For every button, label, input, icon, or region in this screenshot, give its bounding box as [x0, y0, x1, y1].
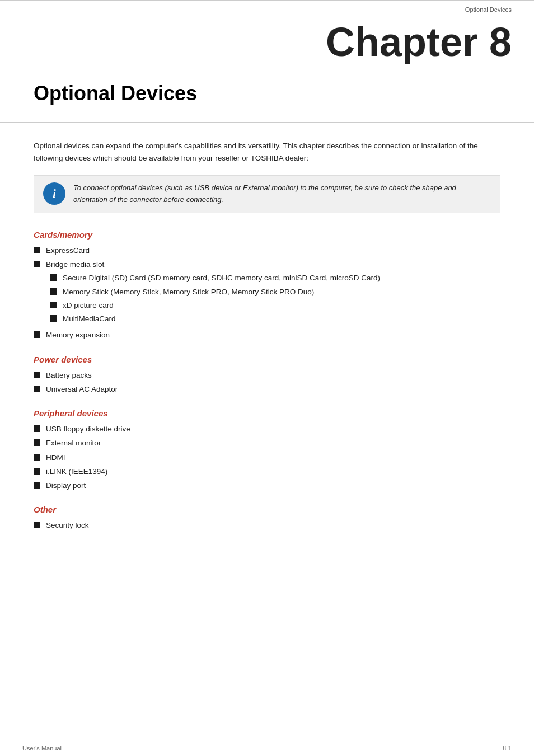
bullet-icon	[34, 247, 40, 253]
footer-left: User's Manual	[22, 745, 62, 752]
power-devices-section: Power devices Battery packs Universal AC…	[34, 355, 500, 396]
bullet-icon	[50, 315, 57, 322]
page-title: Optional Devices	[34, 82, 512, 105]
info-box-text: To connect optional devices (such as USB…	[73, 182, 491, 206]
other-section: Other Security lock	[34, 505, 500, 531]
other-heading: Other	[34, 505, 500, 514]
bullet-icon	[34, 425, 40, 432]
bullet-icon	[34, 439, 40, 446]
list-item-label: External monitor	[46, 438, 101, 449]
bullet-icon	[50, 288, 57, 295]
info-box: i To connect optional devices (such as U…	[34, 175, 500, 213]
list-item-label: Secure Digital (SD) Card (SD memory card…	[63, 273, 380, 284]
list-item-label: USB floppy diskette drive	[46, 424, 130, 435]
bullet-icon	[34, 372, 40, 378]
list-item-label: xD picture card	[63, 300, 114, 311]
list-item: Universal AC Adaptor	[34, 384, 500, 395]
header-chapter-label: Optional Devices	[465, 6, 512, 13]
bullet-icon	[34, 468, 40, 475]
list-item: Display port	[34, 480, 500, 491]
bullet-icon	[50, 274, 57, 281]
cards-memory-heading: Cards/memory	[34, 230, 500, 240]
main-content: Optional devices can expand the computer…	[0, 140, 534, 532]
peripheral-devices-section: Peripheral devices USB floppy diskette d…	[34, 408, 500, 491]
bullet-icon	[34, 261, 40, 267]
list-item: xD picture card	[50, 300, 380, 311]
power-devices-heading: Power devices	[34, 355, 500, 364]
list-item-label: Bridge media slot	[46, 259, 104, 270]
list-item-label: Memory expansion	[46, 330, 110, 341]
power-devices-list: Battery packs Universal AC Adaptor	[34, 370, 500, 396]
chapter-number: Chapter 8	[326, 20, 512, 64]
list-item-label: Universal AC Adaptor	[46, 384, 118, 395]
list-item: Battery packs	[34, 370, 500, 381]
list-item: Memory Stick (Memory Stick, Memory Stick…	[50, 287, 380, 298]
bridge-media-sublist: Secure Digital (SD) Card (SD memory card…	[34, 273, 380, 327]
list-item-label: ExpressCard	[46, 245, 90, 256]
bullet-icon	[34, 454, 40, 461]
info-icon-text: i	[53, 187, 56, 200]
list-item: i.LINK (IEEE1394)	[34, 466, 500, 477]
list-item: Security lock	[34, 520, 500, 531]
list-item: Memory expansion	[34, 330, 500, 341]
chapter-number-section: Chapter 8	[0, 13, 534, 82]
list-item-label: MultiMediaCard	[63, 313, 116, 325]
list-item-label: HDMI	[46, 452, 65, 463]
page-footer: User's Manual 8-1	[0, 740, 534, 756]
page-container: Optional Devices Chapter 8 Optional Devi…	[0, 0, 534, 756]
list-item: USB floppy diskette drive	[34, 424, 500, 435]
list-item: External monitor	[34, 438, 500, 449]
footer-right: 8-1	[503, 745, 512, 752]
page-header: Optional Devices	[0, 0, 534, 13]
list-item-label: i.LINK (IEEE1394)	[46, 466, 107, 477]
list-item-label: Memory Stick (Memory Stick, Memory Stick…	[63, 287, 314, 298]
list-item: Secure Digital (SD) Card (SD memory card…	[50, 273, 380, 284]
other-list: Security lock	[34, 520, 500, 531]
peripheral-devices-list: USB floppy diskette drive External monit…	[34, 424, 500, 491]
bullet-icon	[34, 482, 40, 489]
list-item: ExpressCard	[34, 245, 500, 256]
page-title-section: Optional Devices	[0, 82, 534, 123]
bullet-icon	[34, 522, 40, 528]
list-item-label: Battery packs	[46, 370, 92, 381]
bullet-icon	[34, 386, 40, 392]
list-item: HDMI	[34, 452, 500, 463]
bullet-icon	[50, 302, 57, 308]
peripheral-devices-heading: Peripheral devices	[34, 408, 500, 418]
list-item: MultiMediaCard	[50, 313, 380, 325]
info-icon: i	[43, 182, 65, 205]
list-item-label: Security lock	[46, 520, 89, 531]
cards-memory-list: ExpressCard Bridge media slot Secure Dig…	[34, 245, 500, 341]
list-item-label: Display port	[46, 480, 86, 491]
list-item: Bridge media slot Secure Digital (SD) Ca…	[34, 259, 500, 327]
bullet-icon	[34, 331, 40, 338]
cards-memory-section: Cards/memory ExpressCard Bridge media sl…	[34, 230, 500, 341]
intro-text: Optional devices can expand the computer…	[34, 140, 500, 164]
